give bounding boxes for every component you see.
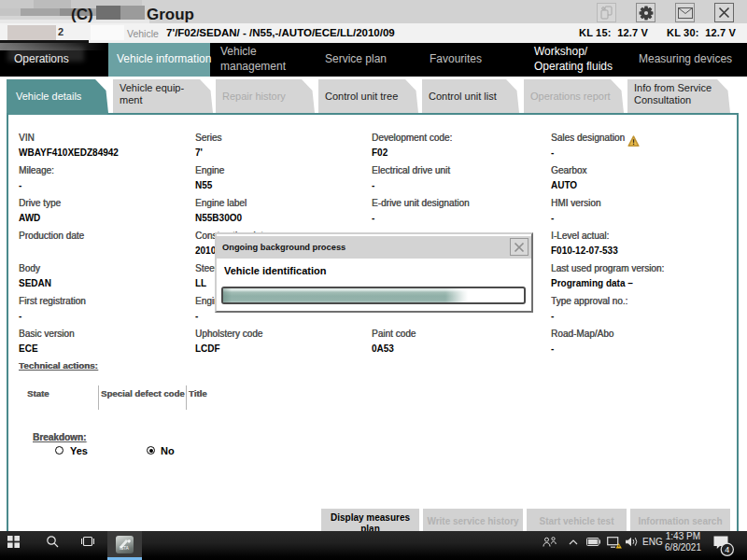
svg-text:ISTA: ISTA [120, 546, 129, 551]
svg-text:4: 4 [725, 545, 729, 554]
